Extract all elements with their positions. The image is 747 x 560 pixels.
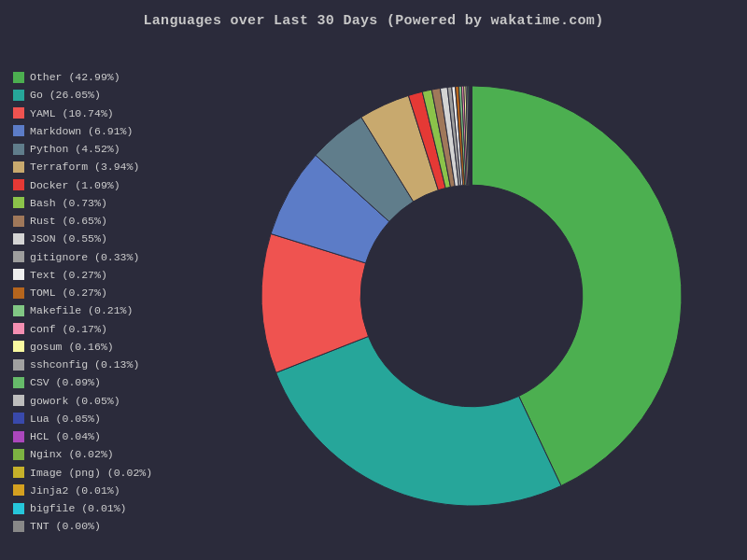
legend-label: Go (26.05%): [30, 87, 101, 103]
legend-label: sshconfig (0.13%): [30, 357, 139, 372]
legend-color-box: [13, 179, 24, 190]
chart-title: Languages over Last 30 Days (Powered by …: [0, 0, 747, 36]
legend-label: CSV (0.09%): [30, 374, 101, 390]
legend-item: Go (26.05%): [13, 87, 187, 103]
legend-item: conf (0.17%): [13, 321, 187, 337]
legend-color-box: [13, 413, 24, 424]
legend-item: gowork (0.05%): [13, 393, 187, 409]
donut-container: [196, 36, 747, 554]
legend-item: Markdown (6.91%): [13, 123, 187, 139]
legend-color-box: [13, 449, 24, 460]
legend-item: Image (png) (0.02%): [13, 465, 187, 481]
legend-label: Rust (0.65%): [30, 213, 107, 229]
legend-label: gosum (0.16%): [30, 339, 114, 355]
legend-label: HCL (0.04%): [30, 428, 101, 444]
legend-color-box: [13, 521, 24, 532]
legend-color-box: [13, 144, 24, 155]
legend: Other (42.99%)Go (26.05%)YAML (10.74%)Ma…: [0, 60, 196, 544]
legend-color-box: [13, 341, 24, 352]
legend-item: JSON (0.55%): [13, 231, 187, 246]
legend-color-box: [13, 72, 24, 83]
legend-label: Makefile (0.21%): [30, 302, 133, 318]
donut-segment: [276, 336, 561, 506]
legend-color-box: [13, 359, 24, 371]
legend-label: Other (42.99%): [30, 69, 120, 85]
legend-label: Nginx (0.02%): [30, 446, 114, 462]
legend-color-box: [13, 161, 24, 173]
legend-item: Text (0.27%): [13, 267, 187, 283]
legend-item: TNT (0.00%): [13, 518, 187, 534]
legend-label: Docker (1.09%): [30, 177, 120, 193]
legend-label: conf (0.17%): [30, 321, 107, 337]
legend-item: Jinja2 (0.01%): [13, 483, 187, 498]
legend-item: HCL (0.04%): [13, 428, 187, 444]
legend-label: YAML (10.74%): [30, 105, 114, 121]
legend-item: gitignore (0.33%): [13, 249, 187, 265]
legend-color-box: [13, 503, 24, 514]
legend-label: Markdown (6.91%): [30, 123, 133, 139]
legend-color-box: [13, 484, 24, 496]
legend-color-box: [13, 251, 24, 262]
legend-color-box: [13, 233, 24, 245]
legend-label: Python (4.52%): [30, 141, 120, 157]
legend-color-box: [13, 107, 24, 119]
legend-item: gosum (0.16%): [13, 339, 187, 355]
legend-color-box: [13, 269, 24, 280]
legend-color-box: [13, 90, 24, 101]
legend-item: sshconfig (0.13%): [13, 357, 187, 372]
legend-label: Lua (0.05%): [30, 411, 101, 427]
legend-item: YAML (10.74%): [13, 105, 187, 121]
legend-label: Jinja2 (0.01%): [30, 483, 120, 498]
legend-color-box: [13, 197, 24, 208]
legend-label: TOML (0.27%): [30, 285, 107, 301]
legend-color-box: [13, 467, 24, 478]
legend-color-box: [13, 323, 24, 334]
legend-color-box: [13, 125, 24, 136]
legend-item: Rust (0.65%): [13, 213, 187, 229]
legend-item: bigfile (0.01%): [13, 500, 187, 516]
legend-item: TOML (0.27%): [13, 285, 187, 301]
legend-label: TNT (0.00%): [30, 518, 101, 534]
legend-item: CSV (0.09%): [13, 374, 187, 390]
legend-label: Bash (0.73%): [30, 195, 107, 211]
legend-item: Makefile (0.21%): [13, 302, 187, 318]
legend-label: gitignore (0.33%): [30, 249, 139, 265]
legend-color-box: [13, 395, 24, 406]
chart-area: Other (42.99%)Go (26.05%)YAML (10.74%)Ma…: [0, 36, 747, 554]
legend-label: Image (png) (0.02%): [30, 465, 152, 481]
legend-color-box: [13, 377, 24, 388]
legend-label: Terraform (3.94%): [30, 159, 139, 175]
legend-label: bigfile (0.01%): [30, 500, 127, 516]
legend-color-box: [13, 431, 24, 442]
legend-color-box: [13, 216, 24, 227]
legend-item: Bash (0.73%): [13, 195, 187, 211]
legend-label: JSON (0.55%): [30, 231, 107, 246]
legend-item: Other (42.99%): [13, 69, 187, 85]
legend-label: gowork (0.05%): [30, 393, 120, 409]
legend-color-box: [13, 287, 24, 299]
legend-item: Nginx (0.02%): [13, 446, 187, 462]
legend-item: Terraform (3.94%): [13, 159, 187, 175]
legend-label: Text (0.27%): [30, 267, 107, 283]
legend-item: Python (4.52%): [13, 141, 187, 157]
legend-item: Docker (1.09%): [13, 177, 187, 193]
donut-chart: [238, 63, 705, 529]
legend-item: Lua (0.05%): [13, 411, 187, 427]
legend-color-box: [13, 305, 24, 316]
